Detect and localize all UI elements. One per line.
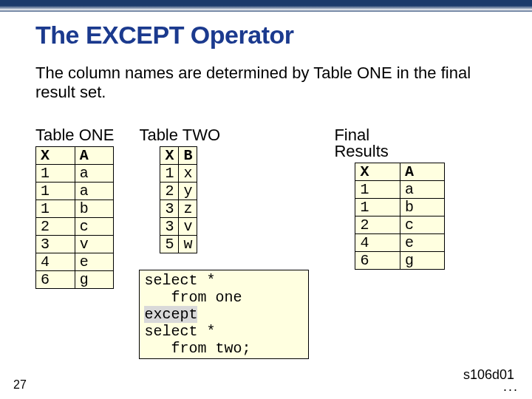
col-header: X xyxy=(355,163,400,181)
table-header: X B xyxy=(160,147,197,165)
table-row: 1b xyxy=(36,200,114,218)
table-row: 4e xyxy=(355,234,445,252)
col-header: A xyxy=(400,163,445,181)
table-row: 1a xyxy=(36,165,114,183)
slide-number: 27 xyxy=(13,378,27,392)
slide-title: The EXCEPT Operator xyxy=(35,21,293,50)
slide: The EXCEPT Operator The column names are… xyxy=(0,0,532,399)
sql-line: from one xyxy=(144,289,242,306)
table-one-title: Table ONE xyxy=(35,126,114,145)
table-row: 2c xyxy=(36,218,114,236)
col-header: X xyxy=(36,147,75,165)
col-header: X xyxy=(160,147,179,165)
table-row: 3v xyxy=(160,218,197,236)
sql-keyword-highlight: except xyxy=(144,306,197,323)
table-row: 6g xyxy=(355,252,445,270)
final-title-2: Results xyxy=(334,142,445,161)
table-row: 5w xyxy=(160,236,197,253)
sql-line: from two; xyxy=(144,340,250,357)
top-banner xyxy=(0,0,532,10)
table-row: 1a xyxy=(355,181,445,199)
table-row: 3z xyxy=(160,200,197,218)
table-row: 6g xyxy=(36,271,114,289)
sql-line: select * xyxy=(144,272,215,289)
table-header: X A xyxy=(36,147,114,165)
table-row: 3v xyxy=(36,236,114,253)
sql-block: select * from one except select * from t… xyxy=(139,270,309,359)
column-table-one: Table ONE X A 1a 1a 1b 2c 3v 4e 6g xyxy=(35,126,114,289)
table-row: 1a xyxy=(36,183,114,200)
top-divider xyxy=(0,10,532,12)
content-columns: Table ONE X A 1a 1a 1b 2c 3v 4e 6g Table… xyxy=(35,126,502,359)
table-final: X A 1a 1b 2c 4e 6g xyxy=(355,163,445,270)
column-table-two: Table TWO X B 1x 2y 3z 3v 5w select * fr… xyxy=(139,126,309,359)
table-row: 2c xyxy=(355,216,445,234)
table-row: 4e xyxy=(36,253,114,271)
col-header: A xyxy=(75,147,114,165)
footer-dots: ... xyxy=(503,379,519,395)
col-header: B xyxy=(179,147,197,165)
table-two: X B 1x 2y 3z 3v 5w xyxy=(160,146,197,253)
table-row: 1x xyxy=(160,165,197,183)
sql-line: select * xyxy=(144,323,215,340)
column-final-results: Final Results X A 1a 1b 2c 4e 6g xyxy=(334,126,445,270)
table-one: X A 1a 1a 1b 2c 3v 4e 6g xyxy=(35,146,114,289)
slide-subtitle: The column names are determined by Table… xyxy=(35,64,488,103)
table-two-title: Table TWO xyxy=(139,126,220,145)
table-row: 2y xyxy=(160,183,197,200)
table-header: X A xyxy=(355,163,445,181)
table-row: 1b xyxy=(355,199,445,216)
